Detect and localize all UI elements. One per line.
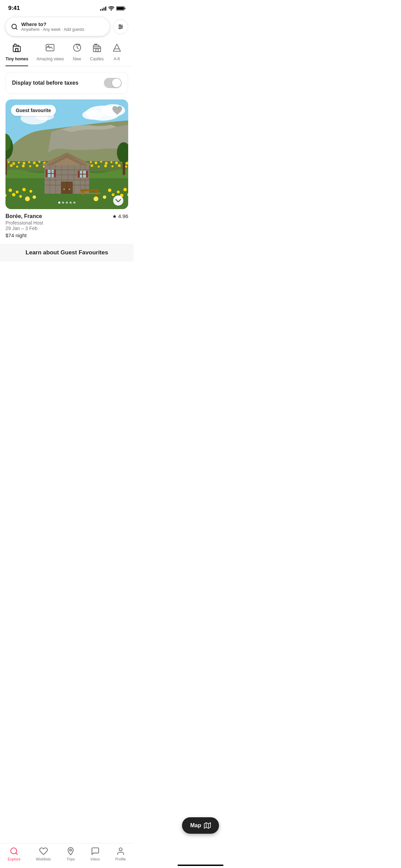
scroll-icon [113,195,123,206]
listing-host: Professional Host [5,220,43,226]
svg-point-71 [104,165,107,167]
search-bar[interactable]: Where to? Anywhere · Any week · Add gues… [5,17,110,36]
svg-rect-1 [125,8,125,9]
status-time: 9:41 [8,5,20,12]
guest-fav-banner-text: Learn about Guest Favourites [26,249,108,256]
svg-point-74 [125,166,127,168]
scroll-button[interactable] [113,195,123,206]
svg-rect-101 [54,170,56,177]
svg-point-10 [119,27,121,29]
svg-point-117 [108,189,111,192]
castles-icon [92,43,102,55]
listing-rating: 4.96 [118,213,128,219]
svg-rect-96 [69,189,70,190]
svg-point-113 [9,189,12,192]
toggle-label: Display total before taxes [12,80,78,86]
svg-point-33 [18,161,20,164]
svg-rect-107 [81,189,99,191]
svg-rect-93 [61,182,66,193]
battery-icon [116,6,125,11]
a-frames-label: A-fi [114,57,120,61]
listing-details: Borée, France Professional Host 29 Jan –… [5,213,43,238]
svg-rect-14 [16,48,18,51]
svg-point-50 [105,162,108,165]
amazing-views-icon [45,43,55,55]
search-text: Where to? Anywhere · Any week · Add gues… [21,21,84,32]
svg-rect-2 [117,7,124,10]
svg-point-35 [28,161,30,163]
listing-rating-container: ★ 4.96 [112,213,128,219]
svg-rect-11 [13,47,21,52]
svg-point-57 [10,164,13,167]
guest-favourite-badge: Guest favourite [11,105,56,116]
status-bar: 9:41 [0,0,134,14]
svg-point-122 [12,193,15,196]
tiny-homes-icon [12,43,22,55]
svg-rect-100 [46,170,48,177]
svg-point-119 [123,188,127,191]
tab-a-frames[interactable]: A-fi [112,40,122,66]
svg-point-34 [23,162,25,165]
new-icon [72,43,82,55]
a-frames-icon [112,43,122,55]
search-subtitle: Anywhere · Any week · Add guests [21,27,84,32]
dot-5 [73,202,75,204]
svg-point-129 [94,196,98,201]
svg-rect-105 [78,171,80,178]
amazing-views-label: Amazing views [36,57,64,61]
tab-tiny-homes[interactable]: Tiny homes [5,40,28,66]
svg-point-48 [95,161,97,164]
svg-point-130 [103,195,106,199]
svg-point-7 [119,24,121,26]
svg-point-37 [38,161,40,163]
svg-point-60 [29,165,31,167]
listing-card[interactable]: Guest favourite Borée, France Profession… [5,99,128,241]
svg-point-52 [115,161,118,164]
dot-2 [62,202,64,204]
svg-point-26 [82,110,103,120]
svg-point-61 [36,164,38,167]
svg-point-114 [16,191,19,193]
svg-rect-106 [86,171,88,178]
toggle-row[interactable]: Display total before taxes [5,72,128,94]
filter-button[interactable] [113,19,128,34]
status-icons [100,6,125,11]
svg-point-49 [100,161,102,163]
svg-point-51 [110,161,112,163]
svg-point-47 [90,161,92,163]
listing-location: Borée, France [5,213,43,219]
svg-rect-20 [96,49,98,52]
svg-point-127 [25,196,30,201]
wishlist-button[interactable] [111,104,123,117]
svg-point-36 [33,161,36,164]
svg-line-4 [16,28,17,29]
svg-rect-94 [67,182,72,193]
heart-icon [111,104,123,117]
wifi-icon [108,6,114,11]
tab-new[interactable]: New [72,40,82,66]
new-label: New [73,57,81,61]
tiny-homes-label: Tiny homes [5,57,28,61]
svg-point-8 [121,26,122,27]
svg-rect-95 [63,189,65,190]
toggle-switch[interactable] [104,78,122,88]
svg-point-115 [22,188,26,191]
listing-image: Guest favourite [5,99,128,209]
dot-3 [66,202,68,204]
svg-point-58 [16,166,18,168]
svg-point-32 [12,162,15,165]
svg-point-18 [78,44,80,46]
dot-4 [70,202,72,204]
svg-point-128 [33,195,36,199]
svg-point-70 [98,166,100,168]
tab-amazing-views[interactable]: Amazing views [36,40,64,66]
search-container: Where to? Anywhere · Any week · Add gues… [0,14,134,40]
svg-rect-110 [80,193,101,194]
category-tabs: Tiny homes Amazing views New [0,40,134,67]
castles-label: Castles [90,57,104,61]
tab-castles[interactable]: Castles [90,40,104,66]
price-value: $74 night [5,232,27,238]
svg-point-31 [8,161,10,163]
listing-info: Borée, France Professional Host 29 Jan –… [5,209,128,241]
guest-fav-banner[interactable]: Learn about Guest Favourites [0,244,134,262]
